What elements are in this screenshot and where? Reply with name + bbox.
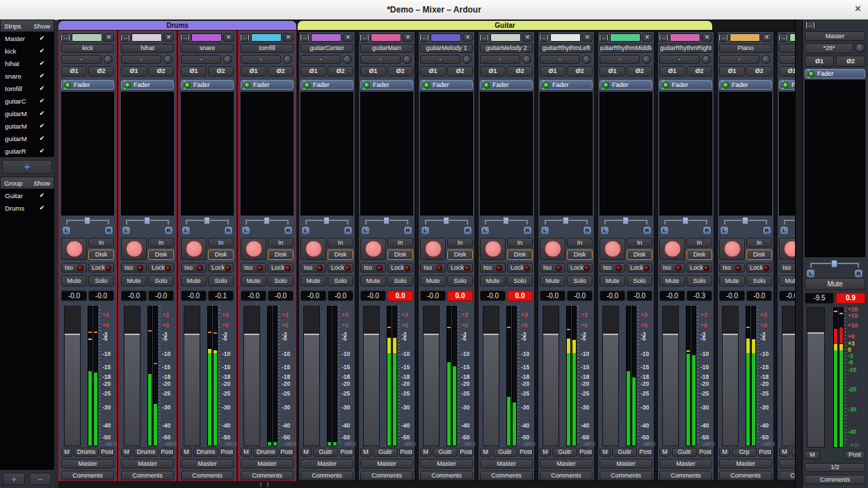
processor-fader-entry[interactable]: Fader <box>61 80 114 90</box>
strip-color-bar[interactable] <box>550 33 581 42</box>
monitor-disk-button[interactable]: Disk <box>387 250 413 260</box>
group-button[interactable]: Guitr <box>313 448 338 457</box>
phase-invert-1-button[interactable]: Ø1 <box>360 66 386 76</box>
checkmark-icon[interactable]: ✔ <box>39 72 45 79</box>
input-routing-button[interactable]: - <box>61 55 102 64</box>
monitor-disk-button[interactable]: Disk <box>567 250 593 260</box>
fader-handle-icon[interactable] <box>304 334 319 335</box>
pan-handle[interactable] <box>144 217 150 225</box>
hide-strip-button[interactable]: × <box>463 33 473 42</box>
record-arm-button[interactable] <box>420 238 446 260</box>
checkmark-icon[interactable]: ✔ <box>39 60 45 67</box>
processor-fader-entry[interactable]: Fader <box>181 80 234 90</box>
meter-tap-button[interactable]: Post <box>399 448 413 457</box>
monitor-disk-button[interactable]: Disk <box>268 250 294 260</box>
sidebar-strip-row[interactable]: snare✔ <box>0 70 54 82</box>
add-strip-button[interactable]: + <box>2 160 52 174</box>
peak-display[interactable]: -0.0 <box>148 291 174 301</box>
gain-display[interactable]: -0.0 <box>241 291 266 301</box>
sidebar-strip-row[interactable]: tomfill✔ <box>0 82 54 95</box>
comments-button[interactable]: Comments <box>659 471 712 480</box>
processor-fader-entry[interactable]: Fader <box>719 80 772 90</box>
processor-fader-entry[interactable]: Fader <box>659 80 712 90</box>
comments-button[interactable]: Comments <box>540 471 593 480</box>
comments-button[interactable]: Comments <box>121 471 174 480</box>
group-button[interactable]: Guitr <box>433 448 458 457</box>
trim-knob[interactable] <box>522 55 531 64</box>
output-button[interactable]: Master <box>719 459 772 469</box>
gain-fader[interactable] <box>602 306 619 446</box>
comments-button[interactable]: Comments <box>480 471 533 480</box>
processor-box[interactable] <box>600 92 652 215</box>
phase-invert-1-button[interactable]: Ø1 <box>659 66 685 76</box>
fader-handle-icon[interactable] <box>603 334 618 335</box>
monitor-input-button[interactable]: In <box>268 238 294 247</box>
meter-bar-right[interactable] <box>839 307 844 448</box>
monitor-input-button[interactable]: In <box>507 238 533 247</box>
pan-handle[interactable] <box>323 217 330 225</box>
checkmark-icon[interactable]: ✔ <box>39 204 45 211</box>
strip-width-toggle-button[interactable]: ↔ <box>419 33 429 42</box>
meter-bar-left[interactable] <box>207 306 212 446</box>
phase-invert-2-button[interactable]: Ø2 <box>208 66 234 76</box>
processor-fader-entry[interactable]: Fader <box>241 80 294 90</box>
group-button[interactable]: Drums <box>253 448 278 457</box>
peak-display[interactable]: -0.0 <box>88 291 114 301</box>
fader-handle-icon[interactable] <box>424 334 439 335</box>
sidebar-strip-row[interactable]: Master✔ <box>0 32 54 44</box>
fader-active-led[interactable] <box>124 82 131 88</box>
mute-button[interactable]: Mute <box>61 275 87 286</box>
solo-lock-button[interactable]: Lock <box>686 263 712 273</box>
solo-isolate-button[interactable]: Iso <box>300 263 326 273</box>
monitor-input-button[interactable]: In <box>328 238 353 247</box>
peak-display[interactable]: 0.0 <box>447 291 473 301</box>
solo-isolate-button[interactable]: Iso <box>241 263 266 273</box>
meter-tap-button[interactable]: Post <box>160 448 174 457</box>
record-arm-button[interactable] <box>480 238 506 260</box>
comments-button[interactable]: Comments <box>779 471 795 480</box>
processor-fader-entry[interactable]: Fader <box>420 80 473 90</box>
pan-handle[interactable] <box>204 217 210 225</box>
phase-invert-2-button[interactable]: Ø2 <box>627 66 652 76</box>
pan-handle[interactable] <box>264 217 270 225</box>
master-meter-tap-button[interactable]: Post <box>844 450 865 459</box>
processor-fader-entry[interactable]: Fader <box>600 80 652 90</box>
phase-invert-1-button[interactable]: Ø1 <box>181 66 207 76</box>
trim-knob[interactable] <box>163 55 172 64</box>
processor-fader-entry[interactable]: Fader <box>540 80 593 90</box>
mute-button[interactable]: Mute <box>480 275 506 286</box>
gain-fader[interactable] <box>483 306 499 446</box>
record-arm-button[interactable] <box>181 238 207 260</box>
meter-bar-left[interactable] <box>506 306 511 446</box>
gain-fader[interactable] <box>782 306 795 446</box>
output-button[interactable]: Master <box>600 459 652 469</box>
strip-name-button[interactable]: snare <box>181 44 234 53</box>
checkmark-icon[interactable]: ✔ <box>39 47 45 54</box>
monitor-input-button[interactable]: In <box>387 238 413 247</box>
record-arm-button[interactable] <box>241 238 266 260</box>
fader-active-led[interactable] <box>663 82 669 88</box>
hide-strip-button[interactable]: × <box>702 33 712 42</box>
meter-tap-button[interactable]: Post <box>758 448 772 457</box>
master-gain-display[interactable]: -9.5 <box>805 293 834 304</box>
processor-fader-entry[interactable]: Fader <box>300 80 353 90</box>
fader-handle-icon[interactable] <box>782 334 795 335</box>
processor-box[interactable] <box>121 92 174 215</box>
mute-button[interactable]: Mute <box>600 275 625 286</box>
trim-knob[interactable] <box>283 55 292 64</box>
processor-box[interactable] <box>480 92 533 215</box>
solo-button[interactable]: Solo <box>88 275 114 286</box>
strip-width-toggle-button[interactable]: ↔ <box>479 33 489 42</box>
meter-bar-right[interactable] <box>93 306 98 446</box>
output-button[interactable]: Master <box>360 459 413 469</box>
gain-fader[interactable] <box>662 306 679 446</box>
solo-lock-button[interactable]: Lock <box>627 263 652 273</box>
fader-active-led[interactable] <box>543 82 549 88</box>
mute-button[interactable]: Mute <box>540 275 565 286</box>
checkmark-icon[interactable]: ✔ <box>39 110 45 117</box>
phase-invert-1-button[interactable]: Ø1 <box>480 66 506 76</box>
metering-point-button[interactable]: M <box>600 448 611 457</box>
meter-bar-right[interactable] <box>632 306 636 446</box>
strip-name-button[interactable]: guitarRhythmRight <box>659 44 712 53</box>
strip-width-toggle-button[interactable]: ↔ <box>300 33 310 42</box>
